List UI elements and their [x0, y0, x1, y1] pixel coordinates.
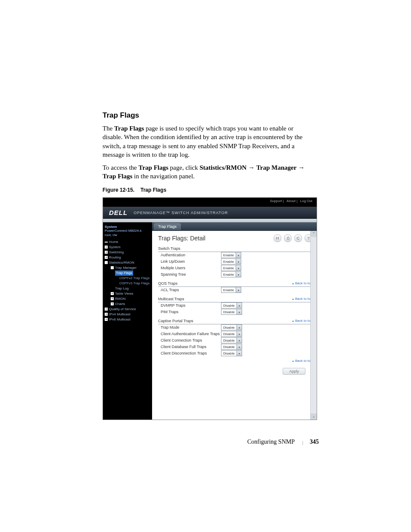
expand-icon[interactable]: + — [105, 318, 108, 321]
expand-icon[interactable]: + — [105, 246, 108, 249]
footer-divider: | — [302, 440, 303, 445]
section-heading: Trap Flags — [103, 111, 314, 120]
setting-select[interactable]: Enable▾ — [221, 271, 241, 277]
chevron-down-icon: ▾ — [237, 325, 242, 330]
chevron-down-icon: ▾ — [237, 351, 242, 356]
setting-select[interactable]: Enable▾ — [221, 258, 241, 264]
setting-select[interactable]: Disable▾ — [221, 331, 242, 337]
save-icon[interactable]: H — [274, 234, 281, 242]
tree-item[interactable]: +IPv6 Multicast — [105, 317, 151, 322]
chevron-down-icon: ▾ — [236, 259, 241, 264]
refresh-icon[interactable]: C — [294, 234, 302, 242]
back-to-top-link[interactable]: Back to top — [292, 319, 312, 323]
setting-label: Client Disconnection Traps — [158, 351, 221, 355]
tree-item[interactable]: +Table Views — [105, 291, 151, 296]
text: in the navigation panel. — [132, 173, 195, 180]
text-bold: Trap Manager — [256, 164, 296, 171]
chevron-down-icon: ▾ — [237, 331, 242, 336]
apply-button[interactable]: Apply — [283, 368, 305, 375]
figure-number: Figure 12-15. — [103, 187, 134, 193]
expand-icon[interactable]: + — [105, 313, 108, 316]
tab-trap-flags[interactable]: Trap Flags — [154, 223, 181, 230]
chevron-down-icon: ▾ — [236, 265, 241, 271]
tree-item[interactable]: Home — [105, 240, 151, 245]
scrollbar[interactable]: ⌃ ⌄ — [310, 231, 317, 420]
tree-item[interactable]: OSPFv2 Trap Flags — [105, 276, 151, 281]
back-to-top-link[interactable]: Back to top — [158, 358, 312, 363]
section-header: Multicast TrapsBack to top — [158, 296, 312, 302]
chevron-down-icon: ▾ — [236, 287, 241, 292]
setting-row: Trap ModeDisable▾ — [158, 324, 312, 331]
setting-select[interactable]: Enable▾ — [221, 252, 241, 258]
figure-caption: Figure 12-15.Trap Flags — [103, 187, 314, 193]
dell-logo: DELL — [109, 209, 128, 216]
tree-device: PowerConnect M8024-k — [105, 229, 151, 233]
chevron-down-icon: ▾ — [237, 303, 242, 308]
support-link[interactable]: Support — [270, 199, 282, 203]
expand-icon[interactable]: + — [111, 302, 114, 305]
chevron-down-icon: ▾ — [236, 252, 241, 258]
scroll-down-icon[interactable]: ⌄ — [311, 414, 317, 420]
tree-item[interactable]: Trap Log — [105, 286, 151, 291]
expand-icon[interactable]: - — [111, 266, 114, 269]
scroll-up-icon[interactable]: ⌃ — [311, 231, 317, 237]
tree-item[interactable]: +Switching — [105, 250, 151, 255]
back-to-top-link[interactable]: Back to top — [292, 281, 312, 286]
logout-link[interactable]: Log Out — [300, 199, 312, 203]
tree-item[interactable]: Trap Flags — [105, 271, 151, 276]
expand-icon[interactable]: + — [111, 292, 114, 295]
setting-label: Spanning Tree — [158, 272, 221, 277]
arrow-icon: → — [248, 164, 255, 171]
tree-item[interactable]: +Quality of Service — [105, 307, 151, 312]
tree-item[interactable]: +System — [105, 245, 151, 250]
setting-label: Multiple Users — [158, 266, 221, 270]
expand-icon[interactable]: + — [105, 256, 108, 259]
tree-item[interactable]: +RMON — [105, 296, 151, 302]
setting-row: AuthenticationEnable▾ — [158, 252, 312, 258]
setting-select[interactable]: Disable▾ — [221, 302, 242, 308]
tab-row: Trap Flags — [152, 222, 317, 231]
setting-row: ACL TrapsEnable▾ — [158, 287, 312, 293]
setting-label: Client Connection Traps — [158, 338, 221, 342]
text-bold: Trap Flags — [103, 173, 132, 180]
setting-select[interactable]: Disable▾ — [221, 344, 242, 350]
print-icon[interactable]: ⎙ — [284, 234, 292, 242]
screenshot: Support | About | Log Out DELL OPENMANAG… — [103, 197, 317, 420]
tree-header: System PowerConnect M8024-k root, r/w — [105, 225, 151, 237]
tree-item[interactable]: +Routing — [105, 255, 151, 260]
expand-icon[interactable]: + — [105, 251, 108, 254]
section-header: QOS TrapsBack to top — [158, 280, 312, 287]
paragraph-2: To access the Trap Flags page, click Sta… — [103, 163, 314, 181]
expand-icon[interactable]: + — [105, 308, 108, 311]
chevron-down-icon: ▾ — [236, 272, 241, 277]
tree-title: System — [105, 225, 151, 229]
setting-label: Link Up/Down — [158, 259, 221, 264]
tree-item[interactable]: OSPFv3 Trap Flags — [105, 281, 151, 286]
setting-select[interactable]: Enable▾ — [221, 265, 241, 271]
text: page, click — [168, 164, 199, 171]
section-header: Switch Traps — [158, 246, 312, 252]
paragraph-1: The Trap Flags page is used to specify w… — [103, 124, 314, 159]
app-name: OPENMANAGE™ SWITCH ADMINISTRATOR — [134, 211, 228, 215]
setting-label: Client Authentication Failure Traps — [158, 332, 221, 336]
expand-icon[interactable]: + — [111, 297, 114, 300]
tree-item[interactable]: +Charts — [105, 302, 151, 307]
setting-label: ACL Traps — [158, 288, 221, 292]
setting-row: Client Disconnection TrapsDisable▾ — [158, 350, 312, 357]
setting-label: DVMRP Traps — [158, 303, 221, 308]
tree-item[interactable]: -Trap Manager — [105, 265, 151, 271]
setting-select[interactable]: Disable▾ — [221, 309, 242, 315]
about-link[interactable]: About — [286, 199, 296, 203]
setting-select[interactable]: Disable▾ — [221, 324, 242, 330]
tree-item[interactable]: +IPv4 Multicast — [105, 312, 151, 317]
expand-icon[interactable]: - — [105, 261, 108, 264]
setting-label: Client Database Full Traps — [158, 345, 221, 349]
divider — [103, 219, 317, 222]
setting-label: Authentication — [158, 253, 221, 257]
back-to-top-link[interactable]: Back to top — [292, 297, 312, 301]
tree-item[interactable]: -Statistics/RMON — [105, 260, 151, 265]
page-title: Trap Flags: Detail — [158, 235, 206, 242]
setting-select[interactable]: Enable▾ — [221, 287, 241, 293]
setting-select[interactable]: Disable▾ — [221, 350, 242, 356]
setting-select[interactable]: Disable▾ — [221, 337, 242, 343]
